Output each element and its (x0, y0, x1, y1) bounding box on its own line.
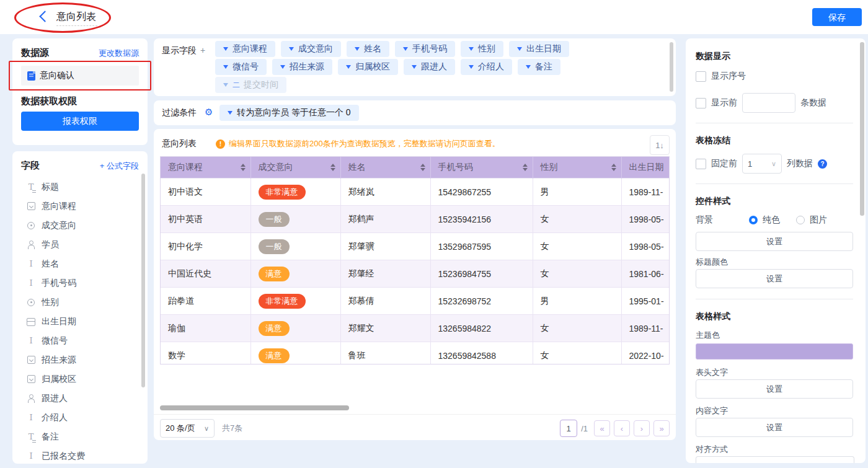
cell-gender: 女 (533, 206, 621, 233)
display-field-tag[interactable]: 姓名 (347, 41, 389, 57)
title-color-set-button[interactable]: 设置 (696, 269, 853, 288)
show-first-count-input[interactable] (742, 93, 795, 113)
caret-down-icon (289, 47, 294, 51)
field-item[interactable]: 跟进人 (21, 389, 139, 408)
column-header-label: 性别 (541, 162, 558, 173)
caret-down-icon (280, 65, 285, 69)
display-field-tag[interactable]: 备注 (518, 59, 560, 75)
save-button[interactable]: 保存 (812, 8, 862, 26)
sort-order-icon[interactable]: 1↓ (650, 135, 670, 155)
show-index-checkbox[interactable] (696, 71, 706, 82)
field-item[interactable]: 意向课程 (21, 196, 139, 216)
field-item[interactable]: 已报名交费 (21, 446, 139, 464)
table-title: 意向列表 (162, 138, 197, 149)
gear-icon[interactable]: ⚙ (205, 107, 213, 118)
display-field-tag[interactable]: 成交意向 (281, 41, 341, 57)
field-item[interactable]: 学员 (21, 235, 139, 254)
datasource-item[interactable]: 意向确认 (21, 66, 139, 86)
change-datasource-link[interactable]: 更改数据源 (99, 48, 139, 59)
display-field-tag[interactable]: 出生日期 (509, 41, 569, 57)
column-header[interactable]: 成交意向 (250, 157, 340, 179)
display-field-tag[interactable]: 归属校区 (338, 59, 398, 75)
sort-carets-icon[interactable] (420, 164, 425, 171)
theme-color-swatch[interactable] (696, 343, 853, 360)
background-set-button[interactable]: 设置 (696, 232, 853, 251)
intent-badge: 满意 (259, 321, 290, 336)
field-item[interactable]: 标题 (21, 177, 139, 196)
display-fields-scrollbar[interactable] (670, 42, 673, 92)
first-page-button[interactable]: « (594, 420, 610, 436)
image-radio[interactable] (796, 216, 805, 224)
horizontal-scrollbar[interactable] (160, 405, 349, 410)
page-size-select[interactable]: 20 条/页 ∨ (160, 419, 215, 438)
formula-field-link[interactable]: + 公式字段 (100, 161, 139, 172)
field-item[interactable]: 性别 (21, 293, 139, 312)
title-icon (26, 182, 36, 192)
field-item[interactable]: 备注 (21, 427, 139, 446)
sort-carets-icon[interactable] (611, 164, 616, 171)
field-item[interactable]: 姓名 (21, 254, 139, 273)
field-item[interactable]: 出生日期 (21, 312, 139, 331)
cell-intent: 满意 (250, 315, 340, 342)
field-item[interactable]: 招生来源 (21, 350, 139, 369)
solid-color-radio[interactable] (749, 216, 758, 224)
field-item[interactable]: 成交意向 (21, 216, 139, 235)
column-header[interactable]: 出生日期 (621, 157, 670, 179)
cell-phone: 15236984755 (430, 260, 533, 288)
next-page-button[interactable]: › (634, 420, 650, 436)
radio-icon (26, 298, 36, 307)
display-field-tag[interactable]: 招生来源 (272, 59, 332, 75)
column-header[interactable]: 手机号码 (430, 157, 533, 179)
field-item-label: 成交意向 (42, 220, 76, 231)
cell-phone: 15429867255 (430, 179, 533, 206)
display-field-tag[interactable]: 意向课程 (215, 41, 275, 57)
table-row: 初中化学一般郑肇骥13529687595女1998-05- (161, 233, 670, 260)
page-number-input[interactable]: 1 (560, 420, 577, 437)
sort-carets-icon[interactable] (523, 164, 528, 171)
column-header[interactable]: 性别 (533, 157, 621, 179)
fields-scrollbar[interactable] (141, 174, 145, 387)
field-item[interactable]: 归属校区 (21, 369, 139, 389)
freeze-checkbox[interactable] (696, 159, 706, 169)
prev-page-button[interactable]: ‹ (614, 420, 630, 436)
display-field-tag[interactable]: 性别 (461, 41, 503, 57)
fields-card: 字段 + 公式字段 标题意向课程成交意向学员姓名手机号码性别出生日期微信号招生来… (12, 151, 148, 464)
caret-down-icon (526, 65, 531, 69)
report-permission-button[interactable]: 报表权限 (21, 112, 139, 131)
filter-condition-tag[interactable]: 转为意向学员 等于任意一个 0 (219, 105, 359, 121)
help-icon[interactable]: ? (818, 159, 827, 169)
cell-intent: 满意 (250, 260, 340, 288)
display-field-tag[interactable]: 微信号 (215, 59, 267, 75)
display-field-tag-disabled[interactable]: 二提交时间 (215, 77, 286, 93)
field-item[interactable]: 手机号码 (21, 273, 139, 293)
sort-carets-icon[interactable] (330, 164, 335, 171)
add-display-field-button[interactable]: + (200, 45, 205, 55)
field-item[interactable]: 介绍人 (21, 408, 139, 427)
display-field-tag[interactable]: 跟进人 (404, 59, 455, 75)
display-field-tag[interactable]: 介绍人 (461, 59, 512, 75)
field-item[interactable]: 微信号 (21, 331, 139, 350)
field-item-label: 意向课程 (42, 201, 76, 212)
field-item-label: 介绍人 (42, 412, 68, 423)
caret-down-icon (223, 65, 228, 69)
header-text-set-button[interactable]: 设置 (696, 379, 853, 399)
last-page-button[interactable]: » (653, 420, 670, 436)
content-text-set-button[interactable]: 设置 (696, 418, 853, 437)
align-control-partial[interactable] (696, 456, 854, 463)
text-icon (26, 451, 36, 461)
intent-badge: 非常满意 (259, 294, 306, 309)
data-table: 意向课程成交意向姓名手机号码性别出生日期 初中语文非常满意郑绪岚15429867… (160, 156, 670, 364)
back-icon[interactable] (39, 11, 50, 22)
calendar-icon (26, 317, 36, 327)
sort-carets-icon[interactable] (241, 164, 246, 171)
table-row: 初中英语一般郑鹤声15235942156女1998-05- (161, 206, 670, 233)
cell-intent: 满意 (250, 342, 340, 365)
column-header[interactable]: 姓名 (340, 157, 430, 179)
cell-course: 跆拳道 (161, 288, 250, 315)
display-field-tag[interactable]: 手机号码 (395, 41, 455, 57)
column-header[interactable]: 意向课程 (161, 157, 250, 179)
freeze-count-select[interactable]: 1 ∨ (742, 154, 782, 174)
settings-scrollbar[interactable] (860, 42, 864, 216)
show-first-checkbox[interactable] (696, 98, 706, 108)
content-text-label: 内容文字 (696, 405, 728, 417)
